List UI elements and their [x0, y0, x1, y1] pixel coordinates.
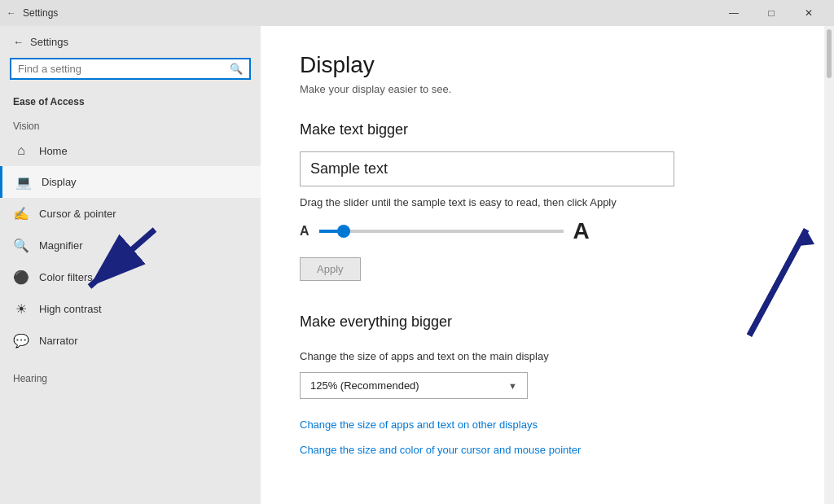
titlebar-controls: — □ ✕ — [715, 0, 827, 26]
slider-instruction: Drag the slider until the sample text is… — [300, 196, 795, 208]
page-subtitle: Make your display easier to see. — [300, 83, 795, 95]
search-input[interactable] — [18, 63, 230, 75]
titlebar-title: Settings — [23, 7, 58, 19]
sidebar-item-cursor[interactable]: ✍ Cursor & pointer — [0, 198, 261, 230]
cursor-color-link[interactable]: Change the size and color of your cursor… — [300, 444, 795, 456]
sidebar-app-title: Settings — [30, 36, 68, 48]
narrator-icon: 💬 — [13, 333, 29, 348]
svg-marker-3 — [798, 230, 814, 246]
sidebar-back-button[interactable]: ← Settings — [0, 26, 261, 58]
section-make-text-bigger-title: Make text bigger — [300, 121, 795, 138]
magnifier-icon: 🔍 — [13, 238, 29, 253]
back-icon: ← — [13, 36, 24, 48]
scrollbar[interactable] — [824, 26, 834, 504]
text-size-slider-row: A A — [300, 218, 795, 244]
page-title: Display — [300, 52, 795, 78]
sidebar-item-display[interactable]: 💻 Display — [0, 166, 261, 198]
apply-button[interactable]: Apply — [300, 257, 361, 281]
sidebar-item-home[interactable]: ⌂ Home — [0, 135, 261, 166]
minimize-button[interactable]: — — [715, 0, 753, 26]
sidebar-item-high-contrast[interactable]: ☀ High contrast — [0, 293, 261, 325]
scrollbar-thumb[interactable] — [827, 29, 832, 78]
ease-of-access-label: Ease of Access — [0, 93, 261, 114]
sidebar-item-label-color-filters: Color filters — [39, 271, 93, 283]
cursor-icon: ✍ — [13, 206, 29, 221]
sidebar-item-label-narrator: Narrator — [39, 335, 78, 347]
sidebar-search-container[interactable]: 🔍 — [10, 58, 251, 80]
sidebar-item-label-display: Display — [42, 176, 77, 188]
display-size-dropdown[interactable]: 125% (Recommended) ▼ — [300, 372, 528, 399]
home-icon: ⌂ — [13, 143, 29, 158]
sidebar-item-color-filters[interactable]: ⚫ Color filters — [0, 261, 261, 293]
sidebar-item-label-magnifier: Magnifier — [39, 239, 82, 252]
sidebar-item-label-home: Home — [39, 145, 68, 157]
chevron-down-icon: ▼ — [508, 381, 517, 391]
slider-label-small: A — [300, 224, 309, 239]
search-icon: 🔍 — [230, 63, 243, 75]
sidebar-item-narrator[interactable]: 💬 Narrator — [0, 325, 261, 357]
hearing-section-label: Hearing — [0, 366, 261, 388]
display-icon: 💻 — [15, 174, 32, 190]
main-content: Display Make your display easier to see.… — [261, 26, 834, 504]
sidebar-item-magnifier[interactable]: 🔍 Magnifier — [0, 230, 261, 261]
sidebar: ← Settings 🔍 Ease of Access Vision ⌂ Hom… — [0, 26, 261, 504]
text-size-slider[interactable] — [319, 230, 564, 233]
slider-label-large: A — [573, 218, 590, 244]
sidebar-item-label-high-contrast: High contrast — [39, 303, 102, 315]
make-bigger-desc: Change the size of apps and text on the … — [300, 350, 795, 362]
titlebar: ← Settings — □ ✕ — [0, 0, 834, 26]
dropdown-selected-value: 125% (Recommended) — [310, 379, 419, 392]
color-filters-icon: ⚫ — [13, 270, 29, 285]
vision-section-label: Vision — [0, 114, 261, 135]
sample-text-display: Sample text — [300, 151, 674, 186]
titlebar-left: ← Settings — [7, 7, 58, 19]
high-contrast-icon: ☀ — [13, 301, 29, 317]
section-make-everything-bigger-title: Make everything bigger — [300, 313, 795, 331]
other-displays-link[interactable]: Change the size of apps and text on othe… — [300, 419, 795, 431]
app-body: ← Settings 🔍 Ease of Access Vision ⌂ Hom… — [0, 26, 834, 504]
close-button[interactable]: ✕ — [790, 0, 827, 26]
maximize-button[interactable]: □ — [753, 0, 790, 26]
back-arrow-icon: ← — [7, 7, 16, 19]
make-everything-bigger-section: Make everything bigger Change the size o… — [300, 313, 795, 456]
sidebar-item-label-cursor: Cursor & pointer — [39, 208, 116, 220]
